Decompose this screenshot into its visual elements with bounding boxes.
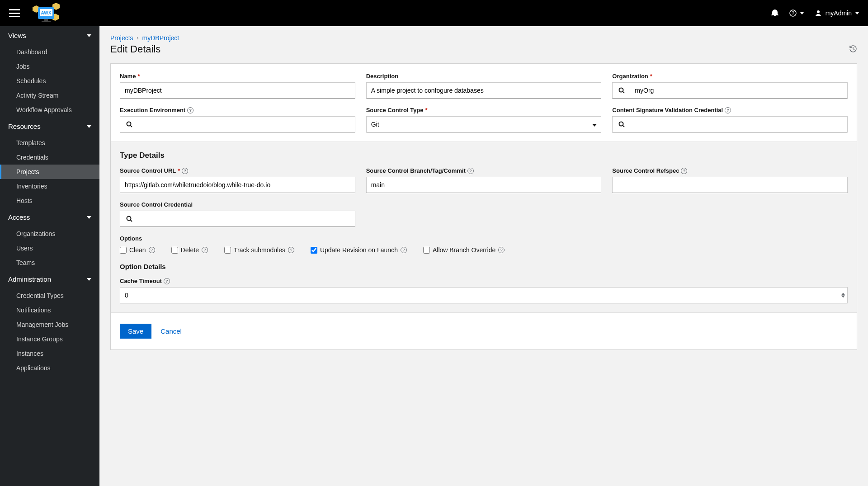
search-icon [126,216,132,222]
update-checkbox[interactable] [311,247,317,254]
checkbox-label: Delete [181,246,199,254]
option-branch-override[interactable]: Allow Branch Override ? [423,246,505,254]
delete-checkbox[interactable] [171,247,178,254]
sidebar-item-projects[interactable]: Projects [0,165,99,179]
user-icon [815,9,822,17]
sc-branch-input[interactable] [366,177,602,193]
branch-override-checkbox[interactable] [423,247,430,254]
sc-url-label: Source Control URL*? [120,167,355,174]
cache-timeout-input[interactable] [120,287,848,303]
option-update-revision[interactable]: Update Revision on Launch ? [311,246,407,254]
svg-text:?: ? [792,11,794,16]
sidebar-item-dashboard[interactable]: Dashboard [0,45,99,59]
history-icon[interactable] [849,45,857,54]
awx-logo[interactable]: AWX [28,2,64,24]
content-sig-lookup-button[interactable] [612,116,630,132]
nav-section-resources[interactable]: Resources [0,117,99,136]
chevron-down-icon [87,216,91,219]
sidebar-item-organizations[interactable]: Organizations [0,226,99,241]
help-menu[interactable]: ? [789,9,804,17]
user-name: myAdmin [826,9,852,17]
bell-icon[interactable] [771,9,778,18]
content-sig-input[interactable] [630,116,848,132]
sidebar-item-applications[interactable]: Applications [0,361,99,375]
svg-line-12 [623,92,624,94]
sc-refspec-input[interactable] [612,177,848,193]
sidebar-item-teams[interactable]: Teams [0,255,99,270]
number-spinner[interactable] [841,293,845,298]
breadcrumb-separator: › [137,35,139,41]
sidebar-item-activity-stream[interactable]: Activity Stream [0,88,99,103]
sidebar-item-instance-groups[interactable]: Instance Groups [0,332,99,346]
sc-credential-input[interactable] [138,211,355,227]
sidebar-item-hosts[interactable]: Hosts [0,193,99,208]
sc-url-input[interactable] [120,177,355,193]
checkbox-label: Track submodules [234,246,285,254]
breadcrumb-item[interactable]: myDBProject [142,34,179,42]
help-icon[interactable]: ? [187,107,193,113]
sidebar-item-credentials[interactable]: Credentials [0,150,99,165]
sidebar-item-jobs[interactable]: Jobs [0,59,99,74]
help-icon[interactable]: ? [498,247,505,253]
breadcrumb-projects[interactable]: Projects [110,34,133,42]
help-icon[interactable]: ? [288,247,294,253]
help-icon[interactable]: ? [467,168,474,174]
sidebar-item-credential-types[interactable]: Credential Types [0,288,99,303]
svg-text:AWX: AWX [41,10,52,15]
nav-section-administration[interactable]: Administration [0,270,99,288]
sc-type-select[interactable] [366,116,602,132]
checkbox-label: Clean [129,246,146,254]
nav-section-label: Views [8,32,26,39]
sidebar-item-schedules[interactable]: Schedules [0,74,99,88]
help-icon[interactable]: ? [681,168,687,174]
option-details-heading: Option Details [120,263,848,270]
track-checkbox[interactable] [224,247,231,254]
help-icon[interactable]: ? [725,107,731,113]
option-delete[interactable]: Delete ? [171,246,208,254]
clean-checkbox[interactable] [120,247,127,254]
exec-env-lookup-button[interactable] [120,116,138,132]
organization-input[interactable] [630,82,848,99]
sidebar-item-users[interactable]: Users [0,241,99,255]
option-clean[interactable]: Clean ? [120,246,155,254]
save-button[interactable]: Save [120,324,151,339]
spinner-down-icon[interactable] [841,296,845,298]
sc-type-label: Source Control Type* [366,107,602,113]
help-icon[interactable]: ? [202,247,208,253]
options-label: Options [120,235,848,242]
help-icon[interactable]: ? [149,247,155,253]
sc-credential-lookup-button[interactable] [120,211,138,227]
user-menu[interactable]: myAdmin [815,9,859,17]
sidebar-item-instances[interactable]: Instances [0,346,99,361]
help-icon[interactable]: ? [401,247,407,253]
checkbox-label: Allow Branch Override [433,246,495,254]
option-track-submodules[interactable]: Track submodules ? [224,246,294,254]
sidebar-item-templates[interactable]: Templates [0,136,99,150]
chevron-down-icon [855,12,859,14]
topbar-left: AWX [9,2,64,24]
organization-label: Organization* [612,73,848,80]
svg-line-19 [130,220,132,222]
question-icon: ? [789,9,797,17]
spinner-up-icon[interactable] [841,293,845,295]
sidebar-item-notifications[interactable]: Notifications [0,303,99,317]
organization-lookup-button[interactable] [612,82,630,99]
svg-point-13 [127,122,131,126]
cancel-button[interactable]: Cancel [160,327,182,335]
topbar: AWX ? myAdmin [0,0,868,26]
nav-section-views[interactable]: Views [0,26,99,45]
nav-section-access[interactable]: Access [0,208,99,226]
help-icon[interactable]: ? [164,278,170,284]
help-icon[interactable]: ? [182,168,188,174]
sidebar-item-inventories[interactable]: Inventories [0,179,99,193]
name-input[interactable] [120,82,355,99]
description-input[interactable] [366,82,602,99]
type-details-heading: Type Details [120,151,848,160]
checkbox-label: Update Revision on Launch [320,246,398,254]
exec-env-input[interactable] [138,116,355,132]
sidebar-item-management-jobs[interactable]: Management Jobs [0,317,99,332]
hamburger-menu-icon[interactable] [9,9,20,17]
chevron-down-icon [800,12,804,14]
sidebar-item-workflow-approvals[interactable]: Workflow Approvals [0,103,99,117]
sc-branch-label: Source Control Branch/Tag/Commit? [366,167,602,174]
